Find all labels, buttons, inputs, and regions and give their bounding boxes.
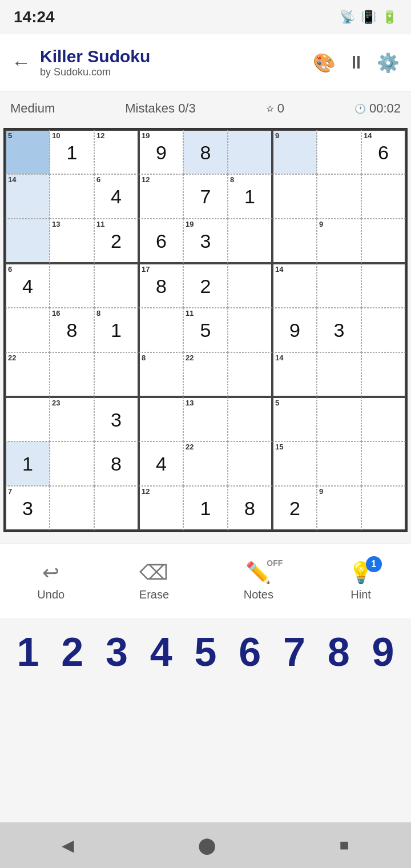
numpad-1[interactable]: 1 [8, 632, 48, 672]
cell-r4-c8[interactable] [361, 308, 406, 352]
cell-r2-c2[interactable]: 112 [94, 219, 139, 263]
cell-r4-c4[interactable]: 115 [183, 308, 228, 352]
cell-r1-c0[interactable]: 14 [5, 174, 50, 219]
cell-r4-c5[interactable] [228, 308, 272, 352]
cell-r1-c2[interactable]: 64 [94, 174, 139, 219]
cell-r0-c0[interactable]: 5 [5, 130, 50, 174]
cell-r2-c6[interactable] [272, 219, 317, 263]
cell-r4-c6[interactable]: 9 [272, 308, 317, 352]
cell-r0-c5[interactable] [228, 130, 272, 174]
cell-r2-c7[interactable]: 9 [317, 219, 361, 263]
cell-r5-c3[interactable]: 8 [139, 352, 183, 397]
cell-r6-c6[interactable]: 5 [272, 397, 317, 441]
pause-icon[interactable]: ⏸ [347, 52, 365, 73]
hint-button[interactable]: 💡 1 Hint [348, 561, 374, 601]
nav-back-button[interactable]: ◀ [62, 836, 74, 855]
cell-r8-c5[interactable]: 8 [228, 486, 272, 531]
cell-r8-c1[interactable] [50, 486, 94, 531]
cell-r7-c0[interactable]: 1 [5, 441, 50, 486]
cell-r6-c3[interactable] [139, 397, 183, 441]
numpad-5[interactable]: 5 [186, 632, 225, 672]
cell-r5-c6[interactable]: 14 [272, 352, 317, 397]
erase-button[interactable]: ⌫ Erase [139, 561, 169, 601]
cell-r0-c1[interactable]: 101 [50, 130, 94, 174]
nav-recent-button[interactable]: ■ [340, 836, 349, 854]
cell-r3-c2[interactable] [94, 263, 139, 308]
cell-r3-c1[interactable] [50, 263, 94, 308]
cell-r6-c2[interactable]: 3 [94, 397, 139, 441]
nav-home-button[interactable]: ⬤ [198, 836, 216, 855]
cell-r0-c7[interactable] [317, 130, 361, 174]
cell-r4-c0[interactable] [5, 308, 50, 352]
cell-r8-c3[interactable]: 12 [139, 486, 183, 531]
cell-r3-c8[interactable] [361, 263, 406, 308]
cell-r7-c8[interactable] [361, 441, 406, 486]
cell-r0-c8[interactable]: 146 [361, 130, 406, 174]
numpad-9[interactable]: 9 [363, 632, 403, 672]
cell-r3-c0[interactable]: 64 [5, 263, 50, 308]
cell-r4-c2[interactable]: 81 [94, 308, 139, 352]
settings-icon[interactable]: ⚙️ [377, 52, 400, 74]
cell-r8-c2[interactable] [94, 486, 139, 531]
cell-r8-c8[interactable] [361, 486, 406, 531]
sudoku-grid[interactable]: 5101121998914614641278113112619396417821… [3, 128, 408, 532]
cell-r5-c5[interactable] [228, 352, 272, 397]
cell-r1-c3[interactable]: 12 [139, 174, 183, 219]
cell-r5-c0[interactable]: 22 [5, 352, 50, 397]
numpad-8[interactable]: 8 [319, 632, 358, 672]
cell-r1-c8[interactable] [361, 174, 406, 219]
cell-r7-c2[interactable]: 8 [94, 441, 139, 486]
cell-r7-c5[interactable] [228, 441, 272, 486]
cell-r6-c0[interactable] [5, 397, 50, 441]
cell-r8-c0[interactable]: 73 [5, 486, 50, 531]
cell-r8-c6[interactable]: 2 [272, 486, 317, 531]
palette-icon[interactable]: 🎨 [313, 52, 336, 74]
cell-r7-c6[interactable]: 15 [272, 441, 317, 486]
cell-r1-c6[interactable] [272, 174, 317, 219]
cell-r5-c1[interactable] [50, 352, 94, 397]
cell-r5-c7[interactable] [317, 352, 361, 397]
cell-r0-c3[interactable]: 199 [139, 130, 183, 174]
cell-r3-c3[interactable]: 178 [139, 263, 183, 308]
cell-r0-c2[interactable]: 12 [94, 130, 139, 174]
cell-r3-c7[interactable] [317, 263, 361, 308]
cell-r5-c8[interactable] [361, 352, 406, 397]
cell-r8-c4[interactable]: 1 [183, 486, 228, 531]
cell-r3-c6[interactable]: 14 [272, 263, 317, 308]
cell-r7-c3[interactable]: 4 [139, 441, 183, 486]
undo-button[interactable]: ↩ Undo [37, 561, 65, 601]
cell-r2-c0[interactable] [5, 219, 50, 263]
cell-r6-c7[interactable] [317, 397, 361, 441]
cell-r6-c1[interactable]: 23 [50, 397, 94, 441]
numpad-4[interactable]: 4 [141, 632, 181, 672]
cell-r4-c7[interactable]: 3 [317, 308, 361, 352]
cell-r7-c7[interactable] [317, 441, 361, 486]
cell-r6-c8[interactable] [361, 397, 406, 441]
cell-r5-c2[interactable] [94, 352, 139, 397]
back-button[interactable]: ← [11, 51, 31, 74]
cell-r5-c4[interactable]: 22 [183, 352, 228, 397]
cell-r7-c4[interactable]: 22 [183, 441, 228, 486]
cell-r6-c4[interactable]: 13 [183, 397, 228, 441]
cell-r1-c7[interactable] [317, 174, 361, 219]
numpad-3[interactable]: 3 [96, 632, 136, 672]
cell-r0-c6[interactable]: 9 [272, 130, 317, 174]
cell-r2-c1[interactable]: 13 [50, 219, 94, 263]
cell-r4-c3[interactable] [139, 308, 183, 352]
cell-r3-c4[interactable]: 2 [183, 263, 228, 308]
cell-r4-c1[interactable]: 168 [50, 308, 94, 352]
numpad-7[interactable]: 7 [274, 632, 314, 672]
cell-r1-c1[interactable] [50, 174, 94, 219]
cell-r7-c1[interactable] [50, 441, 94, 486]
cell-r2-c5[interactable] [228, 219, 272, 263]
cell-r6-c5[interactable] [228, 397, 272, 441]
cell-r0-c4[interactable]: 8 [183, 130, 228, 174]
numpad-6[interactable]: 6 [230, 632, 270, 672]
cell-r1-c4[interactable]: 7 [183, 174, 228, 219]
cell-r2-c4[interactable]: 193 [183, 219, 228, 263]
notes-button[interactable]: ✏️ OFF Notes [244, 561, 273, 601]
cell-r8-c7[interactable]: 9 [317, 486, 361, 531]
numpad-2[interactable]: 2 [53, 632, 92, 672]
cell-r2-c3[interactable]: 6 [139, 219, 183, 263]
cell-r3-c5[interactable] [228, 263, 272, 308]
